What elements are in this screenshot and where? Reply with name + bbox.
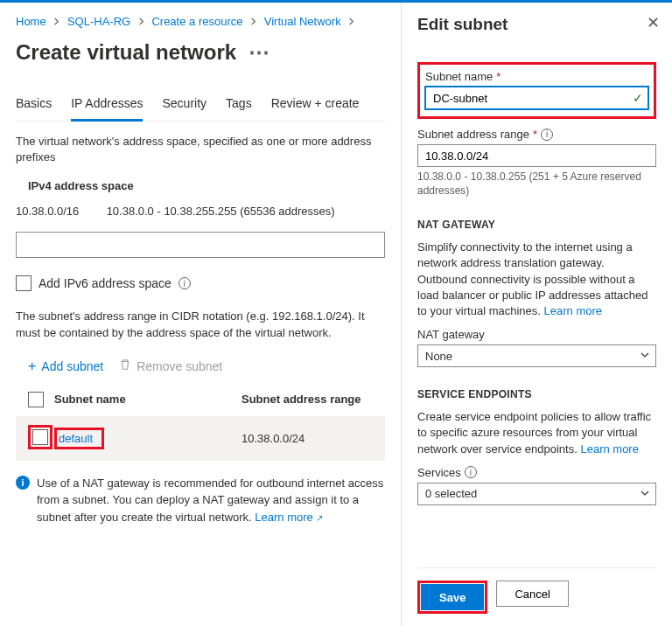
subnet-table: Subnet name Subnet address range default… — [16, 383, 385, 461]
close-icon[interactable]: ✕ — [647, 13, 660, 32]
tabs: Basics IP Addresses Security Tags Review… — [16, 91, 385, 122]
more-icon[interactable]: ⋯ — [248, 40, 270, 64]
tab-tags[interactable]: Tags — [226, 91, 252, 121]
se-section-head: SERVICE ENDPOINTS — [417, 388, 656, 400]
main-content: Home SQL-HA-RG Create a resource Virtual… — [0, 3, 401, 626]
tab-ip-addresses[interactable]: IP Addresses — [71, 91, 143, 122]
cancel-button[interactable]: Cancel — [496, 581, 568, 607]
range-label: Subnet address range * i — [417, 128, 656, 141]
edit-subnet-panel: ✕ Edit subnet Subnet name * ✓ Subnet add… — [401, 3, 672, 626]
table-row[interactable]: default 10.38.0.0/24 — [16, 416, 385, 461]
breadcrumb-vnet[interactable]: Virtual Network — [264, 15, 341, 28]
ipv6-label: Add IPv6 address space — [38, 276, 172, 290]
nat-para: Simplify connectivity to the internet us… — [417, 240, 656, 319]
subnet-name-link[interactable]: default — [54, 428, 104, 449]
panel-title: Edit subnet — [417, 15, 656, 34]
ipv4-label: IPv4 address space — [16, 179, 385, 192]
chevron-down-icon — [640, 488, 650, 501]
learn-more-link[interactable]: Learn more ↗ — [255, 511, 323, 524]
col-header-name: Subnet name — [54, 393, 242, 406]
se-para: Create service endpoint policies to allo… — [417, 409, 656, 457]
col-header-range: Subnet address range — [242, 393, 382, 406]
subnet-desc: The subnet's address range in CIDR notat… — [16, 309, 385, 340]
breadcrumb-create[interactable]: Create a resource — [151, 15, 242, 28]
info-icon: i — [16, 476, 30, 490]
breadcrumb: Home SQL-HA-RG Create a resource Virtual… — [16, 11, 385, 35]
services-label: Services i — [417, 466, 656, 479]
address-space-input[interactable] — [16, 232, 385, 258]
subnet-name-label: Subnet name * — [425, 70, 648, 83]
panel-footer: Save Cancel — [417, 567, 656, 626]
nat-gateway-label: NAT gateway — [417, 328, 656, 341]
save-button[interactable]: Save — [421, 584, 484, 610]
page-title: Create virtual network⋯ — [16, 40, 385, 65]
plus-icon: + — [28, 358, 36, 374]
row-checkbox[interactable] — [32, 429, 48, 445]
se-learn-more-link[interactable]: Learn more — [580, 442, 638, 456]
nat-learn-more-link[interactable]: Learn more — [544, 304, 602, 317]
add-subnet-button[interactable]: + Add subnet — [28, 358, 103, 374]
subnet-name-input[interactable] — [425, 87, 648, 109]
check-icon: ✓ — [633, 91, 643, 105]
info-icon[interactable]: i — [465, 466, 477, 478]
breadcrumb-home[interactable]: Home — [16, 15, 46, 28]
subnet-range-cell: 10.38.0.0/24 — [242, 432, 382, 445]
tab-review[interactable]: Review + create — [271, 91, 360, 121]
tab-basics[interactable]: Basics — [16, 91, 52, 121]
address-space-desc: The virtual network's address space, spe… — [16, 134, 385, 165]
breadcrumb-rg[interactable]: SQL-HA-RG — [67, 15, 130, 28]
trash-icon — [119, 358, 131, 373]
info-icon[interactable]: i — [541, 129, 553, 141]
ipv6-checkbox[interactable] — [16, 275, 32, 291]
nat-section-head: NAT GATEWAY — [417, 219, 656, 231]
nat-gateway-select[interactable]: None — [417, 344, 656, 367]
tab-security[interactable]: Security — [162, 91, 206, 121]
select-all-checkbox[interactable] — [28, 392, 44, 407]
services-select[interactable]: 0 selected — [417, 483, 656, 505]
address-row: 10.38.0.0/16 10.38.0.0 - 10.38.255.255 (… — [16, 199, 385, 223]
chevron-down-icon — [640, 350, 650, 363]
external-link-icon: ↗ — [316, 513, 323, 523]
range-hint: 10.38.0.0 - 10.38.0.255 (251 + 5 Azure r… — [417, 170, 656, 198]
subnet-range-input[interactable] — [417, 144, 656, 167]
nat-info-bar: i Use of a NAT gateway is recommended fo… — [16, 475, 385, 526]
remove-subnet-button: Remove subnet — [119, 358, 222, 374]
info-icon[interactable]: i — [178, 277, 191, 289]
